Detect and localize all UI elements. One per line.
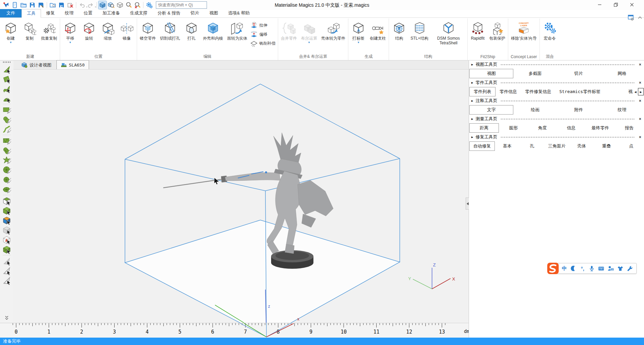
dropdown-caret-icon[interactable]: ▼ [308,41,310,44]
magics-menu-button[interactable] [2,1,10,9]
mark-freeform-tool[interactable] [2,115,12,124]
ribbon-button-milling-compensation[interactable]: 铣削补偿 [250,40,275,47]
close-icon[interactable]: × [639,81,641,85]
fix-toolpage-tab-2[interactable]: 孔 [520,142,545,150]
part-toolpage-tab-0[interactable]: 零件列表 [469,87,496,96]
annotation-toolpage-tab-2[interactable]: 附件 [557,105,600,114]
fix-toolpage-tab-3[interactable]: 三角面片 [545,142,569,150]
ribbon-button-scale[interactable]: 缩放 [99,19,117,41]
menu-item-10[interactable]: 选项& 帮助 [223,9,255,17]
part-toolpage-tab-4[interactable]: 视 [624,87,633,96]
expand-arrow-icon[interactable]: ▶ [471,81,473,84]
zoom-in-button[interactable] [125,1,133,9]
view-toolpage-tab-1[interactable]: 多截面 [513,69,557,78]
mark-circle-tool[interactable] [2,175,12,184]
annotation-toolpage-tab-0[interactable]: 文字 [469,105,513,115]
close-icon[interactable]: × [639,117,641,121]
ribbon-button-tag[interactable]: A打标签▼ [349,19,368,45]
select-triangles-tool[interactable] [2,64,12,74]
select-tool-disabled-3-tool[interactable] [2,275,12,285]
ribbon-button-rotate[interactable]: 旋转 [80,19,98,41]
zoom-fit-button[interactable] [98,1,106,9]
measure-toolpage-tab-2[interactable]: 角度 [528,124,557,132]
ribbon-button-shell-core[interactable]: 外壳和内核 [201,19,225,41]
close-icon[interactable]: × [639,99,641,103]
select-cube-top-tool[interactable] [2,196,12,206]
ribbon-button-extrude[interactable]: 拉伸 [250,21,275,29]
unload-platform-button[interactable] [66,1,74,9]
select-cube-inner-tool[interactable] [2,235,12,245]
close-icon[interactable]: × [639,135,641,139]
ribbon-button-macro[interactable]: 宏命令 [541,19,559,41]
select-cube-disabled-tool[interactable] [2,225,12,235]
close-icon[interactable]: × [639,62,641,67]
menu-item-5[interactable]: 加工准备 [97,9,125,17]
skin-icon[interactable] [617,265,624,272]
save-button[interactable] [28,1,36,9]
select-shell-tool[interactable] [2,93,12,103]
ribbon-button-rapidfit[interactable]: Rapidfit [469,19,487,41]
panel-collapse-handle[interactable] [466,198,469,210]
measure-toolpage-tab-5[interactable]: 报告 [615,124,644,132]
ribbon-button-face-to-solid[interactable]: 面转为实体 [225,19,249,41]
view-toolpage-tab-0[interactable]: 视图 [469,69,513,78]
mark-star-triangles-tool[interactable] [2,155,12,165]
mark-fan-triangles-tool[interactable] [2,165,12,175]
punctuation-icon[interactable]: °, [579,265,586,272]
ribbon-button-hollow-part[interactable]: 镂空零件 [138,19,158,41]
options-button[interactable] [145,1,153,9]
dropdown-caret-icon[interactable]: ▼ [357,41,360,44]
undo-button[interactable]: ▾ [78,1,86,9]
mark-freeform-triangles-tool[interactable] [2,145,12,155]
menu-item-8[interactable]: 切片 [185,9,204,17]
dropdown-caret-icon[interactable]: ▼ [9,41,12,44]
viewport-tab-designer-view[interactable]: 设计者视图 [17,61,55,69]
fullwidth-toggle-icon[interactable] [570,265,576,272]
soft-keyboard-icon[interactable] [598,265,604,272]
expand-arrow-icon[interactable]: ▶ [471,63,473,66]
fix-toolpage-tab-1[interactable]: 基本 [495,142,520,150]
voice-input-icon[interactable] [589,265,595,272]
part-toolpage-tab-1[interactable]: 零件信息 [496,87,521,96]
view-cube-button[interactable] [116,1,124,9]
ribbon-button-create-pillar[interactable]: 创建支柱 [368,19,388,41]
ribbon-button-offset[interactable]: 偏移 [250,31,275,38]
view-toolpage-tab-2[interactable]: 切片 [557,69,600,78]
customize-toolbar-icon[interactable] [628,15,635,21]
tab-scroll-right-icon[interactable]: ▶ [638,88,644,95]
part-toolpage-tab-2[interactable]: 零件修复信息 [521,87,555,96]
select-plane-tool[interactable] [2,74,12,84]
toolbar-grip[interactable] [3,61,10,63]
part-toolpage-tab-3[interactable]: Streamics零件标签 [555,87,604,96]
select-surface-tool[interactable] [2,84,12,93]
sogou-logo-icon[interactable] [547,262,556,274]
redo-button[interactable]: ▾ [87,1,95,9]
ribbon-button-punch[interactable]: 打孔 [182,19,201,41]
3d-scene-canvas[interactable]: z x [13,70,469,323]
annotation-toolpage-tab-3[interactable]: 纹理 [600,105,644,114]
viewport-tab-platform[interactable]: SLA650 [56,60,89,69]
save-as-button[interactable] [37,1,45,9]
menu-item-9[interactable]: 视图 [204,9,223,17]
more-tools-chevron-icon[interactable] [4,315,9,320]
toolbox-icon[interactable] [627,265,633,272]
chinese-mode-icon[interactable]: 中 [561,265,567,272]
ribbon-button-remove-solid-wizard[interactable]: CONCEPTLASER移除'实体'向导 [509,19,539,41]
mark-rectangle-tool[interactable] [2,105,12,115]
measure-toolpage-tab-0[interactable]: 距离 [469,123,499,133]
zoom-selection-button[interactable] [107,1,115,9]
measure-toolpage-tab-4[interactable]: 最终零件 [586,124,615,132]
measure-toolpage-tab-1[interactable]: 圆形 [499,124,528,132]
load-platform-button[interactable] [49,1,57,9]
expand-arrow-icon[interactable]: ▶ [471,117,473,121]
view-toolpage-tab-3[interactable]: 网格 [600,69,644,78]
menu-item-1[interactable]: 工具 [22,9,41,18]
expand-arrow-icon[interactable]: ▶ [471,99,473,102]
fix-toolpage-tab-5[interactable]: 重叠 [594,142,619,150]
new-platform-button[interactable] [11,1,19,9]
select-cube-green-tool[interactable] [2,206,12,215]
ribbon-button-shell-to-part[interactable]: 壳体转为零件 [319,19,347,41]
select-cube-colored-tool[interactable] [2,215,12,225]
minimize-button[interactable] [592,0,608,9]
select-cube-solid-tool[interactable] [2,245,12,254]
